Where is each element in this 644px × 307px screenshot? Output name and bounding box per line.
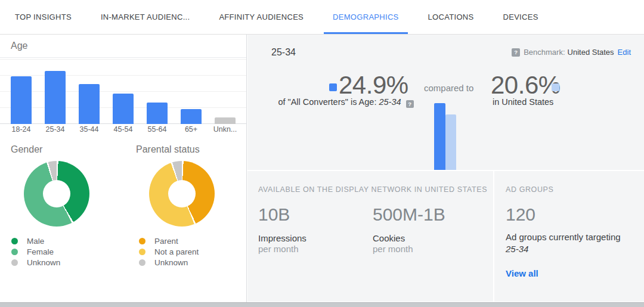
demographics-charts-panel: Age 18-2425-3435-4445-5455-6465+Unkn... … <box>0 35 247 302</box>
audience-tab-bar: TOP INSIGHTS IN-MARKET AUDIENC... AFFINI… <box>0 0 644 35</box>
ad-groups-card: AD GROUPS 120 Ad groups currently target… <box>494 171 644 302</box>
comparison-mini-chart <box>434 103 456 170</box>
age-bar-55-64[interactable] <box>147 103 168 124</box>
tab-demographics[interactable]: DEMOGRAPHICS <box>324 0 408 34</box>
age-bar-45-54[interactable] <box>113 94 134 124</box>
demographics-insights-screen: TOP INSIGHTS IN-MARKET AUDIENC... AFFINI… <box>0 0 644 307</box>
age-title-label: Age <box>11 41 27 51</box>
age-section-title: Age <box>0 35 246 58</box>
tab-locations[interactable]: LOCATIONS <box>419 0 483 34</box>
legend-bullet <box>11 238 18 244</box>
legend-label: Female <box>27 247 54 256</box>
parental-legend-not-a-parent[interactable]: Not a parent <box>139 246 199 257</box>
impressions-period: per month <box>258 244 306 255</box>
parental-legend-unknown[interactable]: Unknown <box>139 257 199 268</box>
display-network-card: AVAILABLE ON THE DISPLAY NETWORK IN UNIT… <box>247 171 493 302</box>
impressions-metric: 10B Impressions per month <box>258 204 306 255</box>
parental-section-title: Parental status <box>136 144 200 155</box>
benchmark-edit-link[interactable]: Edit <box>618 48 631 57</box>
gender-legend: MaleFemaleUnknown <box>11 235 60 268</box>
age-bar-chart <box>0 58 246 124</box>
gridline <box>0 75 246 76</box>
age-detail-card: 25-34 ? Benchmark: United States Edit 24… <box>247 35 644 170</box>
benchmark-caption: in United States <box>493 97 553 107</box>
primary-caption-prefix: of "All Converters" is Age: <box>278 97 379 107</box>
age-bar-35-44[interactable] <box>79 84 100 124</box>
tab-affinity-audiences[interactable]: AFFINITY AUDIENCES <box>210 0 312 34</box>
legend-bullet <box>139 238 145 244</box>
ad-groups-description-prefix: Ad groups currently targeting <box>506 232 621 242</box>
legend-label: Parent <box>154 237 178 246</box>
age-axis-label: 25-34 <box>38 125 72 134</box>
age-axis-label: 35-44 <box>72 125 106 134</box>
primary-percentage: 24.9% <box>339 72 408 99</box>
impressions-value: 10B <box>258 204 306 225</box>
benchmark-percentage: 20.6% <box>491 72 561 99</box>
impressions-label: Impressions <box>258 233 306 244</box>
legend-label: Not a parent <box>154 247 199 256</box>
legend-bullet <box>11 249 18 255</box>
age-axis-labels: 18-2425-3435-4445-5455-6465+Unkn... <box>0 125 246 135</box>
comparison-bar-all-converters <box>434 103 445 170</box>
ad-groups-description-age: 25-34 <box>506 244 528 254</box>
primary-caption-age: 25-34 <box>379 97 401 107</box>
benchmark-series-swatch <box>552 83 559 91</box>
view-all-link[interactable]: View all <box>506 268 538 278</box>
selected-age-range: 25-34 <box>271 47 296 58</box>
gender-legend-unknown[interactable]: Unknown <box>11 257 60 268</box>
gender-legend-male[interactable]: Male <box>11 235 60 246</box>
cookies-value: 500M-1B <box>373 204 445 225</box>
ad-groups-heading: AD GROUPS <box>506 185 553 194</box>
gender-donut[interactable] <box>24 161 89 227</box>
tab-devices[interactable]: DEVICES <box>494 0 547 34</box>
age-axis-label: 18-24 <box>4 125 38 134</box>
gridline <box>0 59 246 60</box>
caption-help-icon[interactable]: ? <box>406 100 414 108</box>
age-axis-label: 45-54 <box>106 125 140 134</box>
availability-heading: AVAILABLE ON THE DISPLAY NETWORK IN UNIT… <box>258 185 487 194</box>
parental-donut[interactable] <box>149 161 215 227</box>
cookies-label: Cookies <box>373 233 445 244</box>
benchmark-value: United States <box>568 48 614 57</box>
age-bar-65plus[interactable] <box>181 109 202 124</box>
parental-legend-parent[interactable]: Parent <box>139 235 199 246</box>
benchmark-help-icon[interactable]: ? <box>512 48 520 57</box>
age-axis-label: 65+ <box>174 125 208 134</box>
age-bar-unknown[interactable] <box>215 117 236 124</box>
gridline <box>0 91 246 92</box>
legend-label: Male <box>27 237 44 246</box>
gender-section-title: Gender <box>11 144 42 155</box>
primary-series-swatch <box>329 83 337 91</box>
legend-bullet <box>11 259 18 266</box>
age-axis-label: Unkn... <box>208 125 242 134</box>
ad-groups-description: Ad groups currently targeting 25-34 <box>506 231 621 255</box>
benchmark-label: Benchmark: <box>524 48 565 57</box>
tab-in-market-audiences[interactable]: IN-MARKET AUDIENC... <box>92 0 199 34</box>
tab-top-insights[interactable]: TOP INSIGHTS <box>6 0 80 34</box>
age-axis-label: 55-64 <box>140 125 174 134</box>
legend-bullet <box>139 259 145 266</box>
cookies-metric: 500M-1B Cookies per month <box>373 204 445 255</box>
gender-legend-female[interactable]: Female <box>11 246 60 257</box>
benchmark-row: ? Benchmark: United States Edit <box>512 48 631 57</box>
legend-bullet <box>139 249 145 255</box>
legend-label: Unknown <box>27 258 60 267</box>
parental-legend: ParentNot a parentUnknown <box>139 235 199 268</box>
ad-groups-count: 120 <box>506 204 535 225</box>
bottom-edge-bar <box>0 302 644 307</box>
primary-caption: of "All Converters" is Age: 25-34 ? <box>259 97 432 108</box>
age-bar-25-34[interactable] <box>45 71 66 124</box>
legend-label: Unknown <box>154 258 188 267</box>
age-bar-18-24[interactable] <box>11 76 32 124</box>
cookies-period: per month <box>373 244 445 255</box>
comparison-bar-united-states <box>445 114 456 170</box>
compared-to-label: compared to <box>424 83 473 93</box>
